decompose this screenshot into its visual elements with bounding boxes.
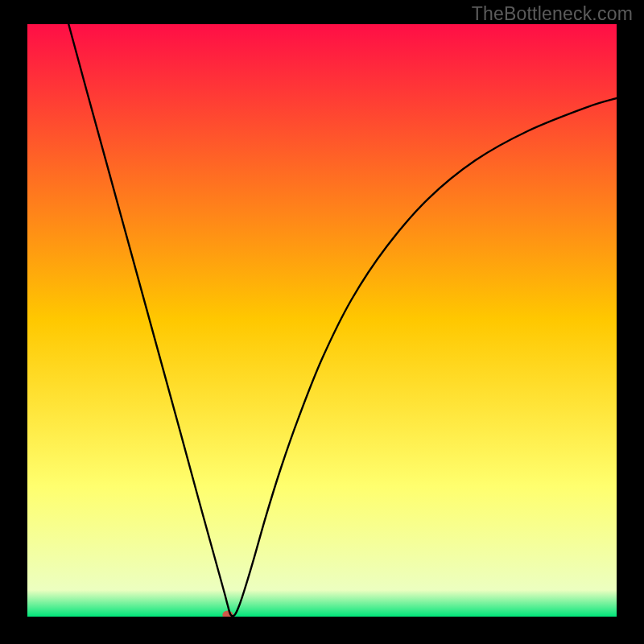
chart-frame: TheBottleneck.com: [0, 0, 644, 644]
chart-svg: [27, 24, 617, 617]
watermark-text: TheBottleneck.com: [472, 3, 633, 25]
gradient-background: [27, 24, 617, 617]
plot-area: [27, 24, 617, 617]
